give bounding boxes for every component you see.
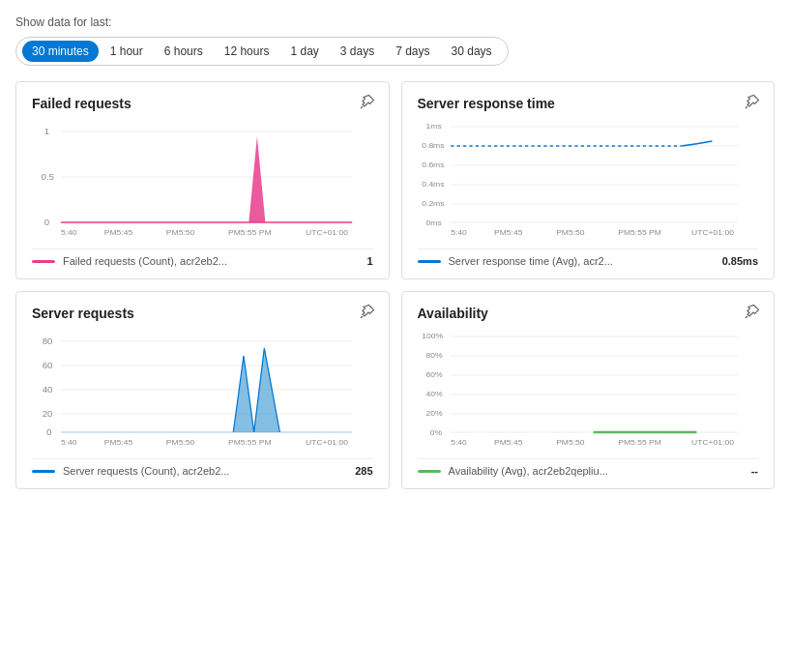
svg-text:0.6ms: 0.6ms: [422, 161, 444, 169]
availability-chart: 100% 80% 60% 40% 20% 0% 5:40 PM5:45 PM5:…: [418, 327, 759, 453]
svg-text:0%: 0%: [429, 428, 442, 437]
svg-text:5:40: 5:40: [451, 228, 467, 237]
server-response-time-legend: Server response time (Avg), acr2... 0.85…: [418, 248, 759, 267]
failed-requests-title: Failed requests: [32, 96, 373, 111]
server-requests-legend-label: Server requests (Count), acr2eb2...: [63, 465, 229, 477]
svg-text:0.8ms: 0.8ms: [422, 141, 444, 150]
server-requests-card: Server requests 80 60 40 20 0: [15, 291, 390, 489]
svg-text:PM5:50: PM5:50: [166, 438, 195, 447]
server-response-time-legend-value: 0.85ms: [722, 255, 758, 267]
failed-requests-legend-value: 1: [366, 255, 372, 267]
time-btn-1day[interactable]: 1 day: [280, 41, 328, 62]
svg-text:PM5:45: PM5:45: [104, 438, 133, 447]
server-response-time-chart: 1ms 0.8ms 0.6ms 0.4ms 0.2ms 0ms 5:40 PM5…: [418, 117, 759, 243]
svg-text:PM5:45: PM5:45: [104, 228, 133, 237]
svg-text:5:40: 5:40: [61, 228, 77, 237]
svg-text:60%: 60%: [425, 370, 443, 379]
availability-pin-icon[interactable]: [745, 304, 760, 322]
svg-marker-50: [233, 356, 253, 432]
svg-marker-13: [249, 136, 265, 222]
show-data-label: Show data for last:: [15, 15, 775, 29]
svg-text:0.5: 0.5: [42, 172, 54, 182]
failed-requests-legend: Failed requests (Count), acr2eb2... 1: [32, 248, 373, 267]
svg-text:80: 80: [43, 336, 53, 346]
svg-text:PM5:55 PM: PM5:55 PM: [618, 228, 661, 237]
time-btn-6hours[interactable]: 6 hours: [155, 41, 213, 62]
svg-text:PM5:45: PM5:45: [494, 228, 523, 237]
svg-text:PM5:50: PM5:50: [556, 438, 585, 447]
svg-text:0.4ms: 0.4ms: [422, 180, 444, 189]
svg-text:0: 0: [44, 218, 49, 227]
server-response-time-pin-icon[interactable]: [745, 94, 760, 112]
svg-line-33: [361, 316, 363, 318]
svg-text:PM5:55 PM: PM5:55 PM: [618, 438, 661, 447]
svg-text:0ms: 0ms: [425, 219, 441, 227]
svg-text:PM5:55 PM: PM5:55 PM: [228, 438, 272, 447]
time-btn-3days[interactable]: 3 days: [331, 41, 384, 62]
svg-text:40: 40: [43, 385, 53, 394]
server-requests-legend: Server requests (Count), acr2eb2... 285: [32, 458, 373, 477]
svg-text:100%: 100%: [422, 332, 443, 340]
failed-requests-card: Failed requests 1 0.5 0 5:40 PM5:45 PM5:…: [15, 81, 390, 279]
time-btn-1hour[interactable]: 1 hour: [101, 41, 153, 62]
charts-grid: Failed requests 1 0.5 0 5:40 PM5:45 PM5:…: [15, 81, 775, 489]
svg-line-0: [361, 106, 363, 108]
svg-text:UTC+01:00: UTC+01:00: [306, 438, 348, 447]
server-requests-chart: 80 60 40 20 0 5:40 PM5:45 PM5:50 PM5:55 …: [32, 327, 373, 453]
availability-legend: Availability (Avg), acr2eb2qepliu... --: [418, 458, 759, 477]
svg-text:UTC+01:00: UTC+01:00: [306, 228, 348, 237]
svg-text:20%: 20%: [425, 409, 443, 418]
server-requests-title: Server requests: [32, 306, 373, 321]
server-response-time-title: Server response time: [418, 96, 759, 111]
svg-text:20: 20: [43, 409, 53, 419]
time-btn-12hours[interactable]: 12 hours: [215, 41, 279, 62]
server-requests-legend-line: [32, 470, 55, 473]
server-response-time-card: Server response time 1ms 0.8ms 0.6ms 0.4…: [401, 81, 775, 279]
availability-card: Availability 100% 80% 60% 40% 20% 0%: [401, 291, 775, 489]
svg-line-14: [746, 106, 747, 108]
server-requests-legend-value: 285: [355, 465, 372, 477]
availability-legend-label: Availability (Avg), acr2eb2qepliu...: [449, 465, 608, 477]
svg-text:1ms: 1ms: [425, 122, 441, 131]
svg-text:5:40: 5:40: [451, 438, 467, 447]
svg-text:80%: 80%: [425, 351, 443, 360]
svg-text:PM5:55 PM: PM5:55 PM: [228, 228, 272, 237]
svg-text:PM5:50: PM5:50: [166, 228, 195, 237]
svg-text:UTC+01:00: UTC+01:00: [691, 228, 734, 237]
failed-requests-legend-line: [32, 260, 55, 263]
svg-text:0.2ms: 0.2ms: [422, 199, 444, 208]
svg-text:5:40: 5:40: [61, 438, 77, 447]
failed-requests-legend-label: Failed requests (Count), acr2eb2...: [63, 255, 227, 267]
time-btn-30min[interactable]: 30 minutes: [22, 41, 99, 62]
availability-legend-value: --: [751, 465, 758, 477]
svg-text:40%: 40%: [425, 390, 443, 398]
svg-text:PM5:45: PM5:45: [494, 438, 523, 447]
server-response-time-legend-label: Server response time (Avg), acr2...: [449, 255, 613, 267]
failed-requests-chart: 1 0.5 0 5:40 PM5:45 PM5:50 PM5:55 PM UTC…: [32, 117, 373, 243]
time-filter-bar: 30 minutes 1 hour 6 hours 12 hours 1 day…: [15, 37, 509, 66]
svg-text:1: 1: [44, 127, 49, 136]
availability-legend-line: [418, 470, 441, 473]
svg-line-52: [746, 316, 747, 318]
server-response-time-legend-line: [418, 260, 441, 263]
svg-text:PM5:50: PM5:50: [556, 228, 585, 237]
server-requests-pin-icon[interactable]: [360, 304, 375, 322]
time-btn-7days[interactable]: 7 days: [386, 41, 439, 62]
availability-title: Availability: [418, 306, 759, 321]
svg-text:60: 60: [43, 361, 53, 370]
svg-text:UTC+01:00: UTC+01:00: [691, 438, 734, 447]
svg-text:0: 0: [46, 427, 51, 437]
time-btn-30days[interactable]: 30 days: [442, 41, 502, 62]
failed-requests-pin-icon[interactable]: [360, 94, 375, 112]
